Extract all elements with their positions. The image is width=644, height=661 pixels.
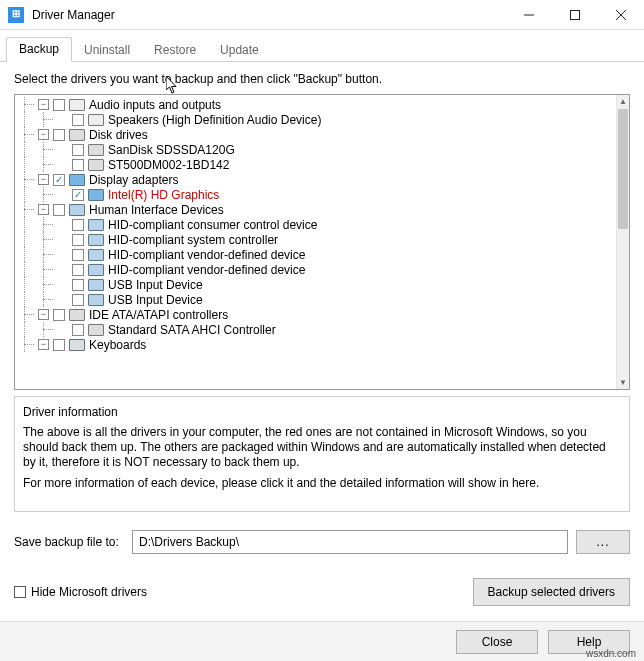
- tree-item[interactable]: HID-compliant vendor-defined device: [15, 247, 616, 262]
- driver-info-p1: The above is all the drivers in your com…: [23, 425, 621, 470]
- window-title: Driver Manager: [32, 8, 506, 22]
- hid-icon: [88, 249, 104, 261]
- hid-icon: [88, 234, 104, 246]
- titlebar: ⊞ Driver Manager: [0, 0, 644, 30]
- tree-category-disk[interactable]: −Disk drives: [15, 127, 616, 142]
- tree-item[interactable]: SanDisk SDSSDA120G: [15, 142, 616, 157]
- tree-label: HID-compliant vendor-defined device: [108, 248, 305, 262]
- minimize-button[interactable]: [506, 0, 552, 29]
- browse-button[interactable]: ...: [576, 530, 630, 554]
- speaker-icon: [88, 114, 104, 126]
- tree-item[interactable]: ✓Intel(R) HD Graphics: [15, 187, 616, 202]
- checkbox[interactable]: [53, 339, 65, 351]
- tree-category-keyboards[interactable]: −Keyboards: [15, 337, 616, 352]
- tab-uninstall[interactable]: Uninstall: [72, 39, 142, 62]
- ide-icon: [88, 324, 104, 336]
- checkbox[interactable]: ✓: [72, 189, 84, 201]
- checkbox[interactable]: [72, 114, 84, 126]
- checkbox[interactable]: [72, 279, 84, 291]
- checkbox[interactable]: [72, 234, 84, 246]
- tree-category-ide[interactable]: −IDE ATA/ATAPI controllers: [15, 307, 616, 322]
- tree-label: IDE ATA/ATAPI controllers: [89, 308, 228, 322]
- checkbox[interactable]: ✓: [53, 174, 65, 186]
- checkbox[interactable]: [72, 294, 84, 306]
- driver-info-group: Driver information The above is all the …: [14, 396, 630, 512]
- tree-item[interactable]: HID-compliant consumer control device: [15, 217, 616, 232]
- watermark: wsxdn.com: [586, 648, 636, 659]
- save-path-row: Save backup file to: ...: [14, 530, 630, 554]
- scroll-up-icon[interactable]: ▲: [617, 95, 629, 108]
- tree-label: Intel(R) HD Graphics: [108, 188, 219, 202]
- tree-category-hid[interactable]: −Human Interface Devices: [15, 202, 616, 217]
- disk-icon: [69, 129, 85, 141]
- hid-icon: [88, 279, 104, 291]
- scroll-down-icon[interactable]: ▼: [617, 376, 629, 389]
- tree-label: USB Input Device: [108, 293, 203, 307]
- tree-label: ST500DM002-1BD142: [108, 158, 229, 172]
- tree-item[interactable]: Standard SATA AHCI Controller: [15, 322, 616, 337]
- tree-category-display[interactable]: −✓Display adapters: [15, 172, 616, 187]
- checkbox[interactable]: [53, 309, 65, 321]
- tree-item[interactable]: Speakers (High Definition Audio Device): [15, 112, 616, 127]
- tabbar: Backup Uninstall Restore Update: [0, 30, 644, 62]
- close-button[interactable]: [598, 0, 644, 29]
- monitor-icon: [88, 189, 104, 201]
- tree-item[interactable]: USB Input Device: [15, 277, 616, 292]
- tree-label: HID-compliant consumer control device: [108, 218, 317, 232]
- collapse-icon[interactable]: −: [38, 339, 49, 350]
- driver-info-title: Driver information: [23, 405, 621, 419]
- driver-tree[interactable]: −Audio inputs and outputs Speakers (High…: [14, 94, 630, 390]
- hid-icon: [88, 264, 104, 276]
- tab-backup[interactable]: Backup: [6, 37, 72, 62]
- tree-label: Disk drives: [89, 128, 148, 142]
- svg-rect-1: [571, 10, 580, 19]
- tree-item[interactable]: HID-compliant vendor-defined device: [15, 262, 616, 277]
- monitor-icon: [69, 174, 85, 186]
- ide-icon: [69, 309, 85, 321]
- tree-label: Audio inputs and outputs: [89, 98, 221, 112]
- checkbox-icon[interactable]: [14, 586, 26, 598]
- checkbox[interactable]: [72, 324, 84, 336]
- checkbox[interactable]: [53, 204, 65, 216]
- checkbox[interactable]: [72, 219, 84, 231]
- collapse-icon[interactable]: −: [38, 204, 49, 215]
- scrollbar[interactable]: ▲ ▼: [616, 95, 629, 389]
- instruction-text: Select the drivers you want to backup an…: [0, 62, 644, 92]
- collapse-icon[interactable]: −: [38, 129, 49, 140]
- disk-icon: [88, 159, 104, 171]
- checkbox[interactable]: [53, 129, 65, 141]
- audio-icon: [69, 99, 85, 111]
- tree-category-audio[interactable]: −Audio inputs and outputs: [15, 97, 616, 112]
- tree-label: Speakers (High Definition Audio Device): [108, 113, 321, 127]
- collapse-icon[interactable]: −: [38, 99, 49, 110]
- hide-ms-checkbox[interactable]: Hide Microsoft drivers: [14, 585, 147, 599]
- scroll-thumb[interactable]: [618, 109, 628, 229]
- tree-label: Human Interface Devices: [89, 203, 224, 217]
- hid-icon: [88, 294, 104, 306]
- tab-update[interactable]: Update: [208, 39, 271, 62]
- checkbox[interactable]: [53, 99, 65, 111]
- checkbox[interactable]: [72, 159, 84, 171]
- footer-bar: Close Help: [0, 621, 644, 661]
- tab-restore[interactable]: Restore: [142, 39, 208, 62]
- checkbox[interactable]: [72, 144, 84, 156]
- app-icon: ⊞: [8, 7, 24, 23]
- tree-label: USB Input Device: [108, 278, 203, 292]
- tree-item[interactable]: USB Input Device: [15, 292, 616, 307]
- hid-icon: [69, 204, 85, 216]
- tree-item[interactable]: ST500DM002-1BD142: [15, 157, 616, 172]
- tree-label: HID-compliant system controller: [108, 233, 278, 247]
- checkbox[interactable]: [72, 249, 84, 261]
- backup-selected-button[interactable]: Backup selected drivers: [473, 578, 630, 606]
- hid-icon: [88, 219, 104, 231]
- collapse-icon[interactable]: −: [38, 174, 49, 185]
- close-dialog-button[interactable]: Close: [456, 630, 538, 654]
- checkbox[interactable]: [72, 264, 84, 276]
- keyboard-icon: [69, 339, 85, 351]
- tree-item[interactable]: HID-compliant system controller: [15, 232, 616, 247]
- save-path-input[interactable]: [132, 530, 568, 554]
- collapse-icon[interactable]: −: [38, 309, 49, 320]
- maximize-button[interactable]: [552, 0, 598, 29]
- tree-label: SanDisk SDSSDA120G: [108, 143, 235, 157]
- tree-label: Standard SATA AHCI Controller: [108, 323, 276, 337]
